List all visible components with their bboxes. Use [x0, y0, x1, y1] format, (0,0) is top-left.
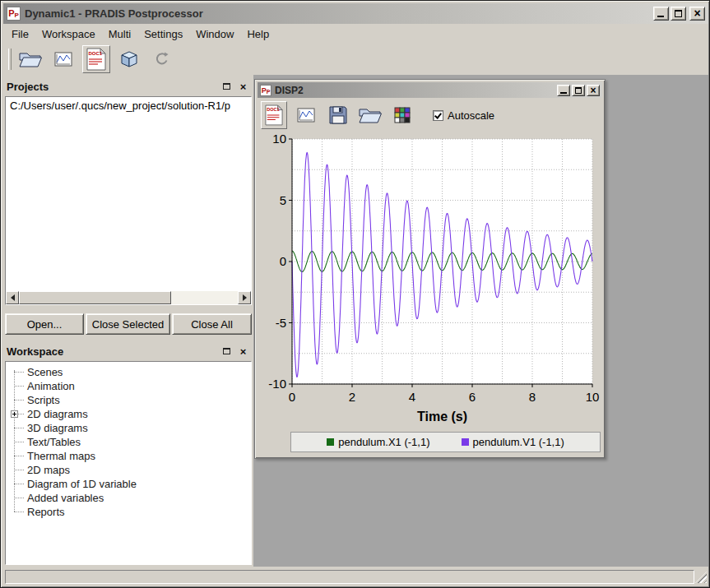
- workspace-close-button[interactable]: [236, 345, 250, 358]
- chart-legend: pendulum.X1 (-1,1) pendulum.V1 (-1,1): [290, 432, 601, 452]
- status-message: [5, 570, 694, 584]
- doc1-icon: DOC1: [86, 48, 106, 71]
- title-bar[interactable]: PP Dynamic1 - PRADIS Postprocessor: [3, 3, 708, 24]
- open-button[interactable]: Open...: [5, 313, 84, 335]
- close-selected-button[interactable]: Close Selected: [86, 313, 170, 335]
- close-all-button[interactable]: Close All: [172, 313, 252, 335]
- maximize-icon: [575, 87, 582, 94]
- tree-item-text-tables[interactable]: Text/Tables: [6, 435, 251, 449]
- disp2-title-bar[interactable]: PP DISP2: [258, 82, 602, 98]
- projects-list: C:/Users/user/.qucs/new_project/solution…: [5, 96, 252, 305]
- legend-entry-x1[interactable]: pendulum.X1 (-1,1): [327, 436, 429, 448]
- tree-item-scenes[interactable]: Scenes: [6, 365, 251, 379]
- refresh-icon: [154, 51, 170, 67]
- doc1-button[interactable]: DOC1: [82, 45, 110, 73]
- tree-item-3d-diagrams[interactable]: 3D diagrams: [6, 421, 251, 435]
- open-folder-icon: [18, 49, 43, 69]
- menu-settings[interactable]: Settings: [137, 25, 189, 43]
- open-project-button[interactable]: [16, 45, 44, 73]
- tree-item-added-variables[interactable]: Added variables: [6, 491, 251, 505]
- tree-item-thermal-maps[interactable]: Thermal maps: [6, 449, 251, 463]
- chart-svg[interactable]: 0246810-10-50510Time (s): [258, 132, 602, 430]
- tree-item-2d-diagrams[interactable]: 2D diagrams: [6, 407, 251, 421]
- color-grid-icon: [394, 107, 411, 123]
- legend-swatch-purple: [462, 438, 469, 446]
- tree-item-scripts[interactable]: Scripts: [6, 393, 251, 407]
- main-window: PP Dynamic1 - PRADIS Postprocessor File …: [0, 0, 710, 588]
- y-tick-label: 0: [280, 254, 286, 268]
- close-button[interactable]: [689, 7, 705, 21]
- maximize-button[interactable]: [671, 7, 686, 21]
- float-icon: [223, 348, 230, 354]
- menu-file[interactable]: File: [5, 25, 35, 43]
- y-tick-label: -5: [276, 316, 286, 330]
- tree-item-animation[interactable]: Animation: [6, 379, 251, 393]
- tree-item-2d-maps[interactable]: 2D maps: [6, 463, 251, 477]
- x-tick-label: 10: [586, 390, 600, 404]
- y-tick-label: 5: [280, 193, 286, 207]
- tree-item-diagram-1d[interactable]: Diagram of 1D variable: [6, 477, 251, 491]
- app-icon-sub-letter: P: [15, 12, 19, 19]
- minimize-icon: [657, 16, 664, 17]
- autoscale-checkbox[interactable]: [433, 110, 443, 121]
- toolbar-handle[interactable]: [8, 49, 12, 70]
- chart-area: 0246810-10-50510Time (s) pendulum.X1 (-1…: [258, 132, 602, 452]
- horizontal-scrollbar[interactable]: [6, 291, 251, 304]
- workspace-panel-title: Workspace: [7, 345, 63, 358]
- expand-plus-icon[interactable]: [11, 410, 18, 418]
- menu-workspace[interactable]: Workspace: [35, 25, 102, 43]
- x-tick-label: 6: [469, 390, 476, 404]
- legend-label-v1: pendulum.V1 (-1,1): [473, 436, 564, 448]
- scroll-right-button[interactable]: [238, 291, 251, 304]
- projects-buttons: Open... Close Selected Close All: [5, 313, 252, 335]
- x-axis-label: Time (s): [417, 410, 467, 424]
- projects-panel-title: Projects: [7, 81, 49, 93]
- mdi-area: Projects C:/Users/user/.qucs/new_project…: [3, 75, 708, 567]
- minimize-icon: [560, 92, 567, 94]
- maximize-icon: [675, 10, 682, 17]
- disp2-doc1-button[interactable]: DOC1: [261, 101, 287, 129]
- workspace-tree: Scenes Animation Scripts 2D diagrams 3D …: [5, 361, 252, 565]
- app-icon: PP: [7, 7, 21, 21]
- left-dock: Projects C:/Users/user/.qucs/new_project…: [3, 75, 253, 567]
- x-tick-label: 0: [289, 390, 295, 404]
- disp2-colors-button[interactable]: [389, 101, 415, 129]
- plot-button[interactable]: [49, 45, 77, 73]
- disp2-maximize-button[interactable]: [572, 85, 585, 96]
- legend-entry-v1[interactable]: pendulum.V1 (-1,1): [462, 436, 564, 448]
- menu-help[interactable]: Help: [240, 25, 276, 43]
- menu-window[interactable]: Window: [189, 25, 240, 43]
- tree-item-reports[interactable]: Reports: [6, 505, 251, 519]
- app-icon-letter: P: [8, 7, 14, 20]
- projects-float-button[interactable]: [220, 81, 234, 93]
- window-title: Dynamic1 - PRADIS Postprocessor: [25, 7, 652, 20]
- disp2-minimize-button[interactable]: [557, 85, 570, 96]
- disp2-save-button[interactable]: [325, 101, 351, 129]
- y-tick-label: -10: [268, 377, 286, 391]
- open-folder-icon: [358, 105, 383, 125]
- disp2-open-button[interactable]: [357, 101, 383, 129]
- disp2-close-button[interactable]: [587, 85, 600, 96]
- scrollbar-thumb[interactable]: [19, 291, 171, 304]
- main-toolbar: DOC1: [3, 44, 708, 75]
- resize-grip[interactable]: [695, 572, 707, 583]
- doc1-icon-label: DOC1: [89, 51, 103, 56]
- minimize-button[interactable]: [653, 7, 669, 21]
- disp2-icon: PP: [260, 85, 271, 96]
- disp2-title: DISP2: [275, 85, 555, 96]
- legend-swatch-green: [327, 438, 334, 446]
- disp2-plot-button[interactable]: [293, 101, 319, 129]
- menu-multi[interactable]: Multi: [102, 25, 137, 43]
- cube-3d-icon: [121, 51, 137, 67]
- x-tick-label: 4: [409, 390, 415, 404]
- workspace-float-button[interactable]: [220, 345, 234, 358]
- disp2-toolbar: DOC1: [258, 98, 602, 132]
- refresh-button[interactable]: [148, 45, 176, 73]
- plot-icon: [54, 52, 72, 67]
- cube-3d-button[interactable]: [115, 45, 143, 73]
- plot-icon: [297, 108, 315, 123]
- projects-close-button[interactable]: [236, 81, 250, 93]
- scroll-left-button[interactable]: [6, 291, 19, 304]
- project-list-item[interactable]: C:/Users/user/.qucs/new_project/solution…: [6, 97, 251, 114]
- save-icon: [328, 105, 348, 125]
